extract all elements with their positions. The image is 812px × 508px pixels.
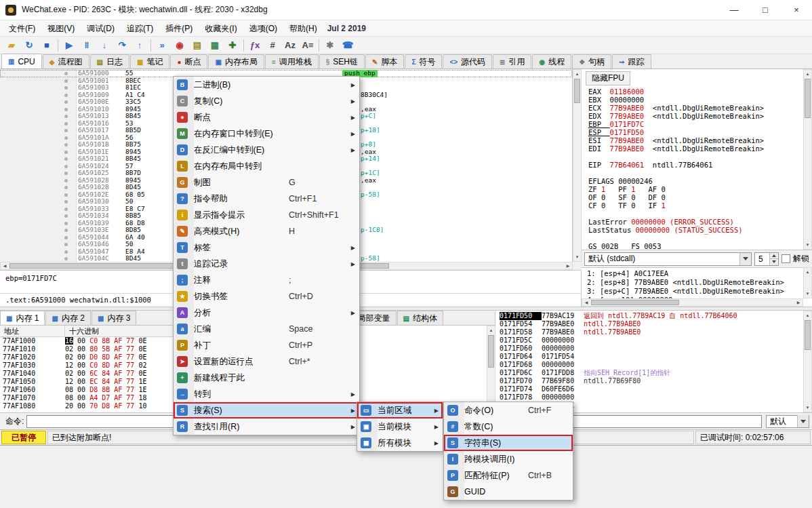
notes-button[interactable]: ▦	[206, 37, 224, 54]
menu-trace-record[interactable]: t追踪记录▶	[174, 256, 359, 272]
run-button[interactable]: ▶	[60, 37, 78, 54]
scroll-down-icon[interactable]: ▼	[804, 290, 811, 298]
tab-handles[interactable]: ❖句柄	[572, 54, 611, 69]
step-out-button[interactable]: ↑	[131, 37, 148, 54]
calling-convention-dropdown[interactable]: 默认 (stdcall)	[584, 252, 752, 266]
step-into-button[interactable]: ↓	[96, 37, 113, 54]
flags-line[interactable]: CF 0 TF 0 IF 1	[588, 201, 764, 210]
tab-seh[interactable]: §SEH链	[319, 54, 365, 69]
menubar-item[interactable]: 追踪(T)	[121, 20, 159, 37]
stack-row[interactable]: 0171FD640171FD54	[495, 353, 812, 361]
stack-row[interactable]: 0171FD5C00000000	[495, 336, 812, 345]
tab-call-stack[interactable]: ≡调用堆栈	[265, 54, 319, 69]
stack-row[interactable]: 0171FD7077B69F80ntdll.77B69F80	[495, 377, 812, 385]
scroll-down-icon[interactable]: ▼	[804, 241, 811, 249]
tab-script[interactable]: ✎脚本	[365, 54, 404, 69]
argument-row[interactable]: 3: [esp+C] 77B9ABE0 <ntdll.DbgUiRemoteBr…	[587, 287, 812, 296]
tab-symbols[interactable]: Σ符号	[405, 54, 442, 69]
tab-memory-1[interactable]: ▦内存 1	[0, 311, 45, 325]
tab-references[interactable]: ≣引用	[493, 54, 531, 69]
menu-label[interactable]: T标签▶	[174, 239, 359, 256]
menu-comment[interactable]: ;注释;	[174, 272, 359, 288]
stack-row[interactable]: 0171FD7800000000	[495, 393, 812, 402]
tab-cpu[interactable]: ▥CPU	[1, 54, 42, 69]
menu-binary[interactable]: B二进制(B)▶	[174, 77, 359, 93]
step-over-button[interactable]: ↷	[113, 37, 131, 54]
case-button[interactable]: Az	[281, 37, 299, 54]
search-menu-constant[interactable]: #常数(C)	[444, 418, 573, 435]
column-header-hex[interactable]: 十六进制	[65, 326, 99, 336]
stepper-down-icon[interactable]	[770, 258, 778, 265]
register-ecx[interactable]: ECX 77B9ABE0 <ntdll.DbgUiRemoteBreakin>	[588, 104, 764, 112]
scroll-right-icon[interactable]: ▶	[794, 299, 803, 306]
registers-vscrollbar[interactable]: ▲ ▼	[803, 69, 812, 250]
menu-search[interactable]: S搜索(S)▶	[174, 402, 359, 418]
scroll-up-icon[interactable]: ▲	[573, 70, 581, 78]
menu-new-thread-here[interactable]: +新建线程于此	[174, 370, 359, 386]
menu-graph[interactable]: G制图G	[174, 174, 359, 191]
menu-goto-memory-map[interactable]: L在内存布局中转到	[174, 158, 359, 174]
register-eflags[interactable]: EFLAGS 00000246	[588, 177, 764, 185]
flags-line[interactable]: OF 0 SF 0 DF 0	[588, 193, 764, 201]
stop-button[interactable]: ■	[38, 37, 56, 54]
open-file-button[interactable]: ▰	[3, 37, 20, 54]
scroll-thumb[interactable]	[805, 79, 811, 118]
tab-struct[interactable]: ▤结构体	[397, 311, 443, 325]
tab-memory-2[interactable]: ▦内存 2	[45, 311, 90, 325]
argument-row[interactable]: 2: [esp+8] 77B9ABE0 <ntdll.DbgUiRemoteBr…	[587, 278, 812, 287]
region-menu-current-region[interactable]: ▭当前区域▶	[357, 402, 443, 418]
menu-find-references[interactable]: R查找引用(R)▶	[174, 418, 359, 435]
search-menu-intermodular-calls[interactable]: I跨模块调用(I)	[444, 451, 573, 467]
tab-breakpoints[interactable]: ●断点	[170, 54, 207, 69]
register-ebp[interactable]: EBP 0171FD7C	[588, 120, 764, 128]
menu-goto-disassembly[interactable]: D在反汇编中转到(E)▶	[174, 142, 359, 158]
chevron-down-icon[interactable]	[739, 253, 751, 265]
tab-threads[interactable]: ◉线程	[532, 54, 571, 69]
menu-analysis[interactable]: A分析▶	[174, 305, 359, 321]
menu-toggle-bookmark[interactable]: ★切换书签Ctrl+D	[174, 288, 359, 305]
pause-button[interactable]: ‖	[78, 37, 96, 54]
tab-notes[interactable]: ▦笔记	[130, 54, 169, 69]
scroll-thumb[interactable]	[574, 79, 580, 103]
menu-goto[interactable]: →转到▶	[174, 386, 359, 402]
register-esp[interactable]: ESP 0171FD50	[588, 128, 764, 136]
animate-button[interactable]: »	[153, 37, 171, 54]
menu-patch[interactable]: P补丁Ctrl+P	[174, 337, 359, 353]
column-header-address[interactable]: 地址	[0, 326, 65, 337]
region-menu-all-modules[interactable]: ▦所有模块▶	[357, 435, 443, 451]
menu-goto-memory-window[interactable]: M在内存窗口中转到(E)▶	[174, 125, 359, 142]
tab-memory-map[interactable]: ▣内存布局	[208, 54, 264, 69]
hash-button[interactable]: #	[264, 37, 281, 54]
function-button[interactable]: ƒx	[246, 37, 264, 54]
phone-button[interactable]: ☎	[339, 37, 357, 54]
menu-breakpoint[interactable]: ●断点▶	[174, 109, 359, 125]
search-menu-pattern[interactable]: P匹配特征(P)Ctrl+B	[444, 467, 573, 484]
scroll-up-icon[interactable]: ▲	[804, 268, 811, 276]
scroll-up-icon[interactable]: ▲	[804, 311, 811, 319]
scroll-down-icon[interactable]: ▼	[804, 404, 811, 412]
argument-count-stepper[interactable]: 5	[754, 252, 779, 266]
tab-trace[interactable]: ➙跟踪	[612, 54, 651, 69]
scroll-left-icon[interactable]: ◀	[1, 262, 9, 269]
menubar-item[interactable]: 选项(O)	[243, 20, 283, 37]
stack-row[interactable]: 0171FD5077B9AC19返回到 ntdll.77B9AC19 自 ntd…	[495, 312, 812, 320]
menubar-item[interactable]: 帮助(H)	[283, 20, 323, 37]
stack-row[interactable]: 0171FD6C0171FDD8指向SEH_Record[1]的指针	[495, 369, 812, 377]
chevron-down-icon[interactable]	[797, 415, 809, 427]
patch-button[interactable]: ✚	[224, 37, 241, 54]
menubar-item[interactable]: 收藏夹(I)	[199, 20, 243, 37]
scroll-thumb[interactable]	[591, 300, 679, 305]
register-eax[interactable]: EAX 01186000	[588, 87, 764, 96]
search-menu-command[interactable]: O命令(O)Ctrl+F	[444, 402, 573, 418]
register-laststatus[interactable]: LastStatus 00000000 (STATUS_SUCCESS)	[588, 226, 764, 234]
stack-row[interactable]: 0171FD6800000000	[495, 361, 812, 369]
stack-panel[interactable]: 0171FD5077B9AC19返回到 ntdll.77B9AC19 自 ntd…	[495, 311, 812, 412]
register-esi[interactable]: ESI 77B9ABE0 <ntdll.DbgUiRemoteBreakin>	[588, 136, 764, 144]
stack-row[interactable]: 0171FD5477B9ABE0ntdll.77B9ABE0	[495, 320, 812, 328]
maximize-button[interactable]: □	[750, 0, 781, 20]
arguments-vscrollbar[interactable]: ▲ ▼	[803, 267, 812, 298]
register-lasterror[interactable]: LastError 00000000 (ERROR_SUCCESS)	[588, 218, 764, 226]
trace-record-button[interactable]: ◉	[171, 37, 188, 54]
tab-source[interactable]: <>源代码	[443, 54, 492, 69]
register-eip[interactable]: EIP 77B64061 ntdll.77B64061	[588, 161, 764, 169]
